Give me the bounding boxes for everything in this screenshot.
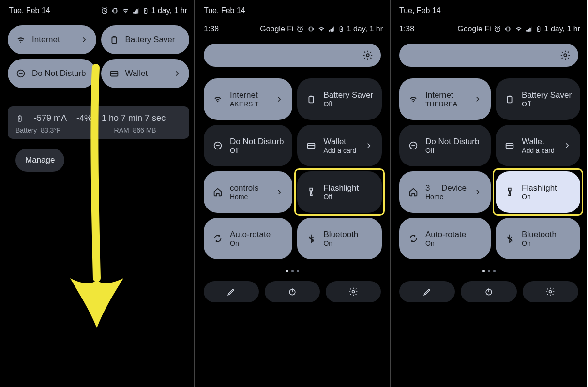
edit-tiles-button[interactable] [399,281,455,302]
tile-subtitle: Off [230,147,284,154]
flashlight-icon [306,187,317,197]
vibrate-icon [306,25,315,33]
tile-device-controls[interactable]: 3 DeviceHome [399,171,491,213]
tile-subtitle: Home [230,193,259,201]
bottom-action-row [204,281,381,302]
status-icons: Google Fi 1 day, 1 hr [260,25,383,33]
auto-rotate-icon [212,233,223,244]
manage-button[interactable]: Manage [15,149,64,172]
tile-internet[interactable]: InternetTHEBREA [399,78,491,120]
wallet-icon [504,140,515,151]
tile-label: Wallet [125,69,148,78]
tile-subtitle: On [323,239,358,247]
tile-wallet[interactable]: WalletAdd a card [496,125,580,166]
tile-battery-saver[interactable]: Battery SaverOff [496,78,580,120]
bottom-action-row [399,281,578,302]
quick-settings-grid: InternetTHEBREA Battery SaverOff Do Not … [399,78,578,259]
battery-current: -579 mA [34,113,67,123]
battery-icon [306,94,317,104]
status-bar: Tue, Feb 14 [391,0,587,19]
power-button[interactable] [461,281,516,302]
tile-flashlight[interactable]: FlashlightOn [496,171,580,213]
tile-internet[interactable]: Internet [8,25,96,54]
tile-title: Do Not Disturb [425,137,479,147]
tile-subtitle: Off [323,193,359,201]
tile-auto-rotate[interactable]: Auto-rotateOn [399,218,491,259]
wallet-icon [306,140,317,151]
tile-bluetooth[interactable]: BluetoothOn [496,218,580,259]
edit-icon [226,287,236,297]
tile-internet[interactable]: InternetAKERS T [204,78,292,120]
tile-subtitle: On [425,239,466,247]
wifi-icon [514,25,523,33]
flashlight-icon [504,187,515,197]
substatus-bar: 1:38 Google Fi 1 day, 1 hr [195,19,390,37]
alarm-icon [100,6,109,15]
battery-temp-label: Battery [15,126,37,134]
hand-drawn-arrow-icon [63,63,131,334]
tile-title: Flashlight [522,183,557,193]
tile-subtitle: THEBREA [425,100,457,108]
tile-title: 3 Device [425,183,467,193]
tile-device-controls[interactable]: controlsHome [204,171,292,213]
wifi-icon [121,6,130,15]
dnd-icon [212,140,223,151]
tile-title: Wallet [323,137,356,147]
status-time-remaining: 1 day, 1 hr [151,6,187,15]
tile-subtitle: Off [425,147,479,154]
battery-time: 1 ho 7 min 7 sec [102,113,166,123]
tile-bluetooth[interactable]: BluetoothOn [297,218,382,259]
tile-title: controls [230,183,259,193]
tile-subtitle: Add a card [323,147,356,154]
gear-icon [362,50,373,60]
tile-battery-saver[interactable]: Battery SaverOff [297,78,382,120]
battery-charging-icon [142,7,150,15]
status-icons: 1 day, 1 hr [100,6,187,15]
status-date: Tue, Feb 14 [399,6,441,15]
signal-icon [328,25,335,33]
tile-subtitle: Off [323,100,373,108]
carrier-label: Google Fi [457,25,491,33]
signal-icon [525,25,533,33]
tile-auto-rotate[interactable]: Auto-rotateOn [204,218,292,259]
chevron-right-icon [473,95,482,104]
ram-value: 866 MB [133,126,156,134]
brightness-slider[interactable] [204,44,381,67]
tile-flashlight[interactable]: FlashlightOff [297,171,382,213]
status-time-remaining: 1 day, 1 hr [347,25,383,33]
wifi-icon [15,34,26,45]
tile-dnd[interactable]: Do Not DisturbOff [399,125,491,166]
power-button[interactable] [265,281,320,302]
chevron-right-icon [364,141,373,150]
page-indicator [391,270,587,272]
dnd-icon [408,140,419,151]
battery-delta: -4% [76,113,92,123]
tile-battery-saver[interactable]: Battery Saver [101,25,190,54]
wifi-icon [408,94,419,104]
battery-status-card[interactable]: -579 mA -4% 1 ho 7 min 7 sec Battery 83.… [8,106,189,139]
tile-subtitle: Add a card [522,147,555,154]
tile-subtitle: On [522,239,557,247]
tile-wallet[interactable]: Wallet [101,59,190,88]
status-date: Tue, Feb 14 [9,6,50,15]
gear-icon [560,50,571,60]
gear-icon [545,287,555,297]
tile-subtitle: AKERS T [230,100,259,108]
home-icon [408,187,419,197]
tile-dnd[interactable]: Do Not DisturbOff [204,125,292,166]
settings-button[interactable] [523,281,578,302]
gear-icon [348,287,358,297]
tile-title: Auto-rotate [425,230,466,239]
panel-flashlight-on: Tue, Feb 14 1:38 Google Fi 1 day, 1 hr I… [391,0,587,387]
page-indicator [195,270,390,272]
tile-wallet[interactable]: WalletAdd a card [297,125,382,166]
edit-tiles-button[interactable] [204,281,259,302]
brightness-slider[interactable] [399,44,578,67]
tile-title: Bluetooth [323,230,358,239]
battery-icon [109,34,120,45]
battery-icon [504,94,515,104]
status-bar: Tue, Feb 14 [195,0,390,19]
settings-button[interactable] [326,281,381,302]
tile-dnd[interactable]: Do Not Disturb [8,59,96,88]
battery-charging-icon [535,25,543,33]
